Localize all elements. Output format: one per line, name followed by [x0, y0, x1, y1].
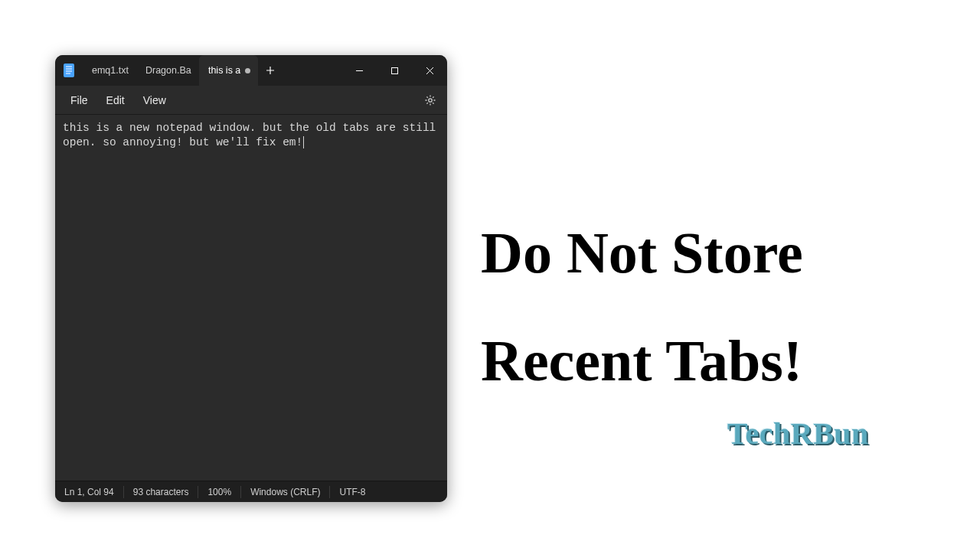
- status-line-ending: Windows (CRLF): [241, 481, 329, 502]
- menu-edit[interactable]: Edit: [97, 90, 134, 111]
- brand-logo: TechRBun: [727, 416, 869, 452]
- tab-emq1[interactable]: emq1.txt: [83, 55, 136, 86]
- tab-strip: emq1.txt Dragon.Ball.S this is a: [83, 55, 341, 86]
- tab-new-unsaved[interactable]: this is a: [199, 55, 258, 86]
- menu-file[interactable]: File: [61, 90, 97, 111]
- text-editor[interactable]: this is a new notepad window. but the ol…: [55, 115, 447, 481]
- close-button[interactable]: [412, 55, 447, 86]
- tab-label: Dragon.Ball.S: [145, 65, 191, 76]
- tab-label: emq1.txt: [92, 65, 129, 76]
- headline-line-1: Do Not Store: [481, 199, 956, 307]
- editor-content: this is a new notepad window. but the ol…: [63, 122, 443, 148]
- headline-text: Do Not Store Recent Tabs!: [481, 199, 956, 414]
- tab-dragonball[interactable]: Dragon.Ball.S: [136, 55, 199, 86]
- svg-rect-8: [391, 67, 397, 73]
- new-tab-button[interactable]: [258, 55, 283, 86]
- svg-point-11: [429, 98, 432, 101]
- status-cursor-position: Ln 1, Col 94: [64, 481, 123, 502]
- notepad-app-icon: [55, 55, 83, 86]
- window-controls: [341, 55, 447, 86]
- settings-button[interactable]: [420, 90, 441, 111]
- unsaved-indicator-icon: [245, 68, 250, 73]
- text-caret-icon: [303, 136, 304, 148]
- status-char-count: 93 characters: [124, 481, 198, 502]
- headline-line-2: Recent Tabs!: [481, 307, 956, 415]
- minimize-button[interactable]: [341, 55, 377, 86]
- maximize-button[interactable]: [377, 55, 412, 86]
- menubar: File Edit View: [55, 86, 447, 115]
- titlebar[interactable]: emq1.txt Dragon.Ball.S this is a: [55, 55, 447, 86]
- tab-label: this is a: [208, 65, 240, 76]
- notepad-window: emq1.txt Dragon.Ball.S this is a: [55, 55, 447, 502]
- menu-view[interactable]: View: [134, 90, 175, 111]
- status-zoom[interactable]: 100%: [198, 481, 240, 502]
- svg-rect-0: [64, 64, 74, 77]
- gear-icon: [424, 94, 436, 106]
- status-encoding: UTF-8: [330, 481, 374, 502]
- statusbar: Ln 1, Col 94 93 characters 100% Windows …: [55, 481, 447, 502]
